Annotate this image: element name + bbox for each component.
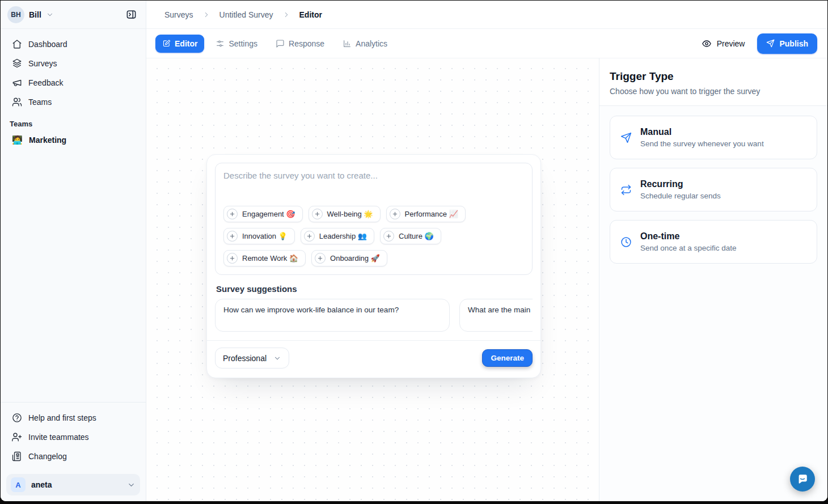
user-plus-icon bbox=[12, 432, 22, 442]
megaphone-icon bbox=[12, 78, 22, 88]
message-square-icon bbox=[276, 39, 285, 48]
chip-label: Culture 🌍 bbox=[399, 232, 434, 240]
chevron-down-icon bbox=[273, 354, 281, 362]
plus-icon bbox=[227, 253, 238, 264]
workspace-name: Bill bbox=[29, 10, 41, 19]
topic-chips: Engagement 🎯 Well-being 🌟 Performance 📈 bbox=[223, 206, 524, 266]
chevron-down-icon bbox=[46, 11, 54, 19]
sidebar-collapse-button[interactable] bbox=[124, 7, 139, 22]
chip-label: Engagement 🎯 bbox=[242, 210, 295, 218]
chip-label: Performance 📈 bbox=[405, 210, 458, 218]
chat-bubble-icon bbox=[796, 473, 809, 485]
sidebar-item-label: Feedback bbox=[28, 78, 63, 87]
trigger-option-description: Schedule regular sends bbox=[640, 192, 721, 200]
eye-icon bbox=[702, 39, 712, 49]
sliders-icon bbox=[216, 39, 225, 48]
account-avatar: A bbox=[11, 477, 26, 492]
chip-label: Well-being 🌟 bbox=[327, 210, 373, 218]
chat-launcher-button[interactable] bbox=[790, 467, 815, 492]
topic-chip-remote-work[interactable]: Remote Work 🏠 bbox=[223, 250, 306, 266]
sidebar-item-changelog[interactable]: Changelog bbox=[7, 447, 139, 466]
trigger-panel-header: Trigger Type Choose how you want to trig… bbox=[599, 58, 827, 106]
content-area: Engagement 🎯 Well-being 🌟 Performance 📈 bbox=[146, 58, 827, 501]
trigger-option-description: Send the survey whenever you want bbox=[640, 139, 764, 148]
sidebar-item-dashboard[interactable]: Dashboard bbox=[7, 35, 139, 54]
trigger-panel-title: Trigger Type bbox=[610, 70, 817, 83]
sidebar-item-team-marketing[interactable]: 🧑‍💻 Marketing bbox=[7, 130, 139, 150]
trigger-type-panel: Trigger Type Choose how you want to trig… bbox=[599, 58, 827, 501]
sidebar-item-label: Changelog bbox=[28, 452, 67, 461]
breadcrumb-untitled-survey[interactable]: Untitled Survey bbox=[219, 10, 273, 19]
survey-suggestions-title: Survey suggestions bbox=[216, 284, 531, 294]
suggestion-card[interactable]: What are the main ob bbox=[459, 299, 533, 332]
publish-button[interactable]: Publish bbox=[757, 33, 817, 54]
chip-label: Innovation 💡 bbox=[242, 232, 288, 240]
sidebar-item-teams[interactable]: Teams bbox=[7, 92, 139, 112]
tab-analytics[interactable]: Analytics bbox=[336, 35, 394, 53]
tab-editor[interactable]: Editor bbox=[155, 35, 204, 53]
trigger-option-text: Recurring Schedule regular sends bbox=[640, 179, 721, 200]
trigger-option-title: One-time bbox=[640, 231, 737, 242]
trigger-option-recurring[interactable]: Recurring Schedule regular sends bbox=[610, 168, 817, 211]
trigger-option-description: Send once at a specific date bbox=[640, 244, 737, 252]
sidebar: BH Bill Dashboard bbox=[1, 1, 146, 501]
editor-canvas[interactable]: Engagement 🎯 Well-being 🌟 Performance 📈 bbox=[146, 58, 599, 501]
topic-chip-engagement[interactable]: Engagement 🎯 bbox=[223, 206, 303, 222]
app-window: BH Bill Dashboard bbox=[1, 1, 827, 501]
breadcrumb-editor: Editor bbox=[299, 10, 322, 19]
team-emoji: 🧑‍💻 bbox=[12, 135, 22, 145]
chevron-right-icon bbox=[202, 11, 210, 19]
breadcrumb: Surveys Untitled Survey Editor bbox=[146, 1, 827, 29]
chip-label: Onboarding 🚀 bbox=[330, 254, 380, 262]
sidebar-nav: Dashboard Surveys Feedback Teams bbox=[1, 29, 146, 150]
tone-value: Professional bbox=[223, 354, 267, 363]
tab-bar: Editor Settings Response Analytics bbox=[146, 29, 827, 58]
layers-icon bbox=[12, 58, 22, 69]
plus-icon bbox=[383, 231, 394, 242]
preview-button[interactable]: Preview bbox=[702, 39, 745, 49]
sidebar-item-label: Help and first steps bbox=[28, 413, 96, 422]
chip-label: Remote Work 🏠 bbox=[242, 254, 298, 262]
preview-label: Preview bbox=[717, 39, 745, 48]
sidebar-footer-nav: Help and first steps Invite teammates Ch… bbox=[1, 402, 146, 471]
sidebar-item-label: Teams bbox=[28, 98, 52, 107]
topic-chip-onboarding[interactable]: Onboarding 🚀 bbox=[311, 250, 387, 266]
sidebar-item-surveys[interactable]: Surveys bbox=[7, 54, 139, 73]
tab-label: Analytics bbox=[356, 39, 387, 48]
sidebar-spacer bbox=[1, 150, 146, 402]
generate-button[interactable]: Generate bbox=[482, 349, 533, 367]
users-icon bbox=[12, 97, 22, 107]
tab-label: Settings bbox=[229, 39, 257, 48]
workspace-switcher[interactable]: BH Bill bbox=[7, 6, 54, 23]
sidebar-item-label: Surveys bbox=[28, 59, 57, 68]
breadcrumb-surveys[interactable]: Surveys bbox=[164, 10, 193, 19]
newspaper-icon bbox=[12, 451, 22, 461]
trigger-option-one-time[interactable]: One-time Send once at a specific date bbox=[610, 220, 817, 264]
teams-section-label: Teams bbox=[10, 120, 137, 128]
account-menu[interactable]: A aneta bbox=[6, 474, 140, 495]
tone-select[interactable]: Professional bbox=[215, 348, 289, 369]
topic-chip-performance[interactable]: Performance 📈 bbox=[386, 206, 466, 222]
topic-chip-well-being[interactable]: Well-being 🌟 bbox=[309, 206, 381, 222]
plus-icon bbox=[390, 209, 400, 219]
sidebar-item-label: Dashboard bbox=[28, 40, 67, 49]
plus-icon bbox=[312, 209, 323, 219]
trigger-option-manual[interactable]: Manual Send the survey whenever you want bbox=[610, 116, 817, 159]
sidebar-item-feedback[interactable]: Feedback bbox=[7, 73, 139, 92]
topic-chip-innovation[interactable]: Innovation 💡 bbox=[223, 228, 295, 244]
main-area: Surveys Untitled Survey Editor Editor bbox=[146, 1, 827, 501]
repeat-icon bbox=[620, 184, 632, 196]
sidebar-item-help[interactable]: Help and first steps bbox=[7, 408, 139, 427]
topic-chip-leadership[interactable]: Leadership 👥 bbox=[301, 228, 374, 244]
suggestion-card[interactable]: How can we improve work-life balance in … bbox=[215, 299, 450, 332]
trigger-option-title: Manual bbox=[640, 127, 764, 137]
team-label: Marketing bbox=[29, 135, 66, 145]
tab-response[interactable]: Response bbox=[269, 35, 331, 53]
topic-chip-culture[interactable]: Culture 🌍 bbox=[380, 228, 441, 244]
tab-settings[interactable]: Settings bbox=[209, 35, 264, 53]
trigger-option-text: Manual Send the survey whenever you want bbox=[640, 127, 764, 148]
survey-prompt-input[interactable] bbox=[223, 171, 524, 200]
sidebar-item-invite[interactable]: Invite teammates bbox=[7, 427, 139, 447]
suggestions-row: How can we improve work-life balance in … bbox=[215, 299, 533, 332]
trigger-option-title: Recurring bbox=[640, 179, 721, 189]
